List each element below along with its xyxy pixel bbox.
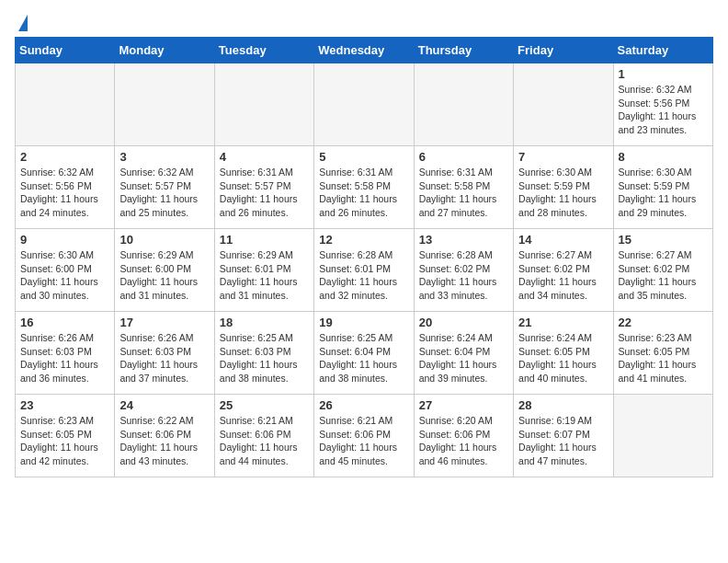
day-info: Sunrise: 6:27 AM Sunset: 6:02 PM Dayligh… [518,248,608,303]
day-info: Sunrise: 6:24 AM Sunset: 6:04 PM Dayligh… [419,331,508,385]
day-number: 28 [518,398,608,412]
calendar-cell: 14Sunrise: 6:27 AM Sunset: 6:02 PM Dayli… [514,229,613,312]
logo [15,15,28,28]
col-header-saturday: Saturday [613,38,712,63]
calendar-table: SundayMondayTuesdayWednesdayThursdayFrid… [15,37,713,477]
day-info: Sunrise: 6:23 AM Sunset: 6:05 PM Dayligh… [20,414,109,468]
calendar-cell: 13Sunrise: 6:28 AM Sunset: 6:02 PM Dayli… [414,229,513,312]
day-number: 15 [619,233,708,247]
day-info: Sunrise: 6:29 AM Sunset: 6:01 PM Dayligh… [220,248,309,303]
calendar-cell: 20Sunrise: 6:24 AM Sunset: 6:04 PM Dayli… [414,312,513,395]
col-header-tuesday: Tuesday [214,38,313,63]
day-number: 9 [20,233,109,247]
day-info: Sunrise: 6:27 AM Sunset: 6:02 PM Dayligh… [619,248,708,303]
calendar-cell: 4Sunrise: 6:31 AM Sunset: 5:57 PM Daylig… [214,146,313,229]
day-info: Sunrise: 6:21 AM Sunset: 6:06 PM Dayligh… [220,414,309,468]
calendar-cell: 28Sunrise: 6:19 AM Sunset: 6:07 PM Dayli… [514,395,613,477]
day-info: Sunrise: 6:23 AM Sunset: 6:05 PM Dayligh… [619,331,708,385]
col-header-sunday: Sunday [16,38,115,63]
calendar-cell: 8Sunrise: 6:30 AM Sunset: 5:59 PM Daylig… [613,146,712,229]
calendar-cell [414,63,513,146]
calendar-cell: 15Sunrise: 6:27 AM Sunset: 6:02 PM Dayli… [613,229,712,312]
day-number: 11 [220,233,309,247]
day-info: Sunrise: 6:22 AM Sunset: 6:06 PM Dayligh… [119,414,209,468]
day-number: 2 [20,150,109,164]
day-info: Sunrise: 6:30 AM Sunset: 6:00 PM Dayligh… [20,248,109,303]
calendar-cell: 11Sunrise: 6:29 AM Sunset: 6:01 PM Dayli… [214,229,313,312]
calendar-cell [514,63,613,146]
day-info: Sunrise: 6:31 AM Sunset: 5:57 PM Dayligh… [220,166,309,220]
calendar-cell: 9Sunrise: 6:30 AM Sunset: 6:00 PM Daylig… [16,229,115,312]
day-info: Sunrise: 6:31 AM Sunset: 5:58 PM Dayligh… [319,166,408,220]
col-header-thursday: Thursday [414,38,513,63]
day-number: 26 [319,398,408,412]
calendar-cell: 7Sunrise: 6:30 AM Sunset: 5:59 PM Daylig… [514,146,613,229]
day-info: Sunrise: 6:26 AM Sunset: 6:03 PM Dayligh… [119,331,209,385]
day-number: 12 [319,233,408,247]
calendar-cell [16,63,115,146]
day-info: Sunrise: 6:20 AM Sunset: 6:06 PM Dayligh… [419,414,508,468]
day-info: Sunrise: 6:24 AM Sunset: 6:05 PM Dayligh… [518,331,608,385]
calendar-cell: 25Sunrise: 6:21 AM Sunset: 6:06 PM Dayli… [214,395,313,477]
day-number: 18 [220,316,309,329]
day-info: Sunrise: 6:31 AM Sunset: 5:58 PM Dayligh… [419,166,508,220]
calendar-cell: 19Sunrise: 6:25 AM Sunset: 6:04 PM Dayli… [314,312,414,395]
calendar-cell: 12Sunrise: 6:28 AM Sunset: 6:01 PM Dayli… [314,229,414,312]
day-number: 24 [119,398,209,412]
day-number: 14 [518,233,608,247]
day-info: Sunrise: 6:32 AM Sunset: 5:56 PM Dayligh… [619,83,708,137]
day-number: 10 [119,233,209,247]
page-header [15,15,713,28]
day-number: 27 [419,398,508,412]
calendar-cell: 26Sunrise: 6:21 AM Sunset: 6:06 PM Dayli… [314,395,414,477]
day-number: 20 [419,316,508,329]
col-header-monday: Monday [115,38,214,63]
calendar-cell [214,63,313,146]
calendar-cell: 27Sunrise: 6:20 AM Sunset: 6:06 PM Dayli… [414,395,513,477]
day-info: Sunrise: 6:32 AM Sunset: 5:56 PM Dayligh… [20,166,109,220]
day-number: 8 [619,150,708,164]
calendar-cell: 18Sunrise: 6:25 AM Sunset: 6:03 PM Dayli… [214,312,313,395]
day-info: Sunrise: 6:28 AM Sunset: 6:02 PM Dayligh… [419,248,508,303]
day-number: 19 [319,316,408,329]
calendar-cell: 23Sunrise: 6:23 AM Sunset: 6:05 PM Dayli… [16,395,115,477]
day-info: Sunrise: 6:19 AM Sunset: 6:07 PM Dayligh… [518,414,608,468]
day-info: Sunrise: 6:21 AM Sunset: 6:06 PM Dayligh… [319,414,408,468]
calendar-cell: 2Sunrise: 6:32 AM Sunset: 5:56 PM Daylig… [16,146,115,229]
calendar-cell: 10Sunrise: 6:29 AM Sunset: 6:00 PM Dayli… [115,229,214,312]
day-number: 23 [20,398,109,412]
day-number: 25 [220,398,309,412]
day-number: 17 [119,316,209,329]
calendar-cell: 16Sunrise: 6:26 AM Sunset: 6:03 PM Dayli… [16,312,115,395]
day-number: 21 [518,316,608,329]
day-info: Sunrise: 6:29 AM Sunset: 6:00 PM Dayligh… [119,248,209,303]
day-number: 7 [518,150,608,164]
calendar-cell: 5Sunrise: 6:31 AM Sunset: 5:58 PM Daylig… [314,146,414,229]
calendar-cell: 3Sunrise: 6:32 AM Sunset: 5:57 PM Daylig… [115,146,214,229]
calendar-cell: 1Sunrise: 6:32 AM Sunset: 5:56 PM Daylig… [613,63,712,146]
day-info: Sunrise: 6:28 AM Sunset: 6:01 PM Dayligh… [319,248,408,303]
day-number: 22 [619,316,708,329]
calendar-cell: 6Sunrise: 6:31 AM Sunset: 5:58 PM Daylig… [414,146,513,229]
day-number: 1 [619,67,708,81]
day-number: 6 [419,150,508,164]
day-number: 3 [119,150,209,164]
day-info: Sunrise: 6:30 AM Sunset: 5:59 PM Dayligh… [619,166,708,220]
day-number: 5 [319,150,408,164]
calendar-cell: 22Sunrise: 6:23 AM Sunset: 6:05 PM Dayli… [613,312,712,395]
day-number: 4 [220,150,309,164]
day-info: Sunrise: 6:25 AM Sunset: 6:03 PM Dayligh… [220,331,309,385]
day-info: Sunrise: 6:30 AM Sunset: 5:59 PM Dayligh… [518,166,608,220]
day-info: Sunrise: 6:32 AM Sunset: 5:57 PM Dayligh… [119,166,209,220]
day-info: Sunrise: 6:25 AM Sunset: 6:04 PM Dayligh… [319,331,408,385]
calendar-cell: 17Sunrise: 6:26 AM Sunset: 6:03 PM Dayli… [115,312,214,395]
calendar-cell [613,395,712,477]
day-number: 13 [419,233,508,247]
day-info: Sunrise: 6:26 AM Sunset: 6:03 PM Dayligh… [20,331,109,385]
col-header-friday: Friday [514,38,613,63]
calendar-cell [314,63,414,146]
calendar-cell: 21Sunrise: 6:24 AM Sunset: 6:05 PM Dayli… [514,312,613,395]
col-header-wednesday: Wednesday [314,38,414,63]
day-number: 16 [20,316,109,329]
calendar-cell [115,63,214,146]
